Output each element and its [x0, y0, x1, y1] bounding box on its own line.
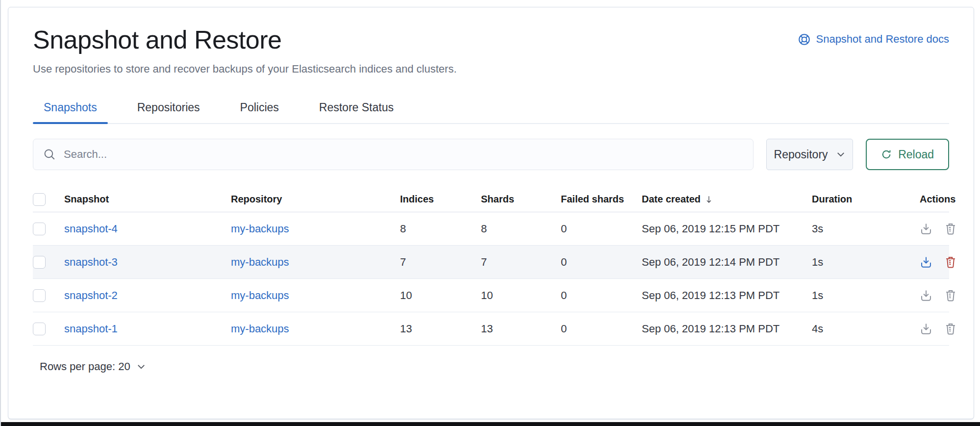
docs-link[interactable]: Snapshot and Restore docs	[798, 33, 949, 46]
search-field[interactable]	[33, 139, 754, 170]
failed-shards-cell: 0	[561, 256, 642, 269]
column-header-snapshot[interactable]: Snapshot	[64, 194, 231, 205]
page-subtitle: Use repositories to store and recover ba…	[33, 63, 949, 75]
table-row: snapshot-2 my-backups 10 10 0 Sep 06, 20…	[33, 279, 949, 312]
date-created-cell: Sep 06, 2019 12:13 PM PDT	[642, 323, 812, 335]
restore-snapshot-icon[interactable]	[920, 289, 932, 302]
page-header: Snapshot and Restore Snapshot and Restor…	[33, 24, 949, 56]
search-input[interactable]	[64, 148, 743, 161]
tab-restore-status[interactable]: Restore Status	[308, 94, 404, 123]
select-all-checkbox[interactable]	[33, 193, 46, 206]
rows-per-page-label: Rows per page: 20	[40, 360, 130, 373]
tab-repositories[interactable]: Repositories	[126, 94, 211, 123]
date-created-cell: Sep 06, 2019 12:15 PM PDT	[642, 223, 812, 235]
delete-snapshot-icon[interactable]	[944, 289, 957, 302]
failed-shards-cell: 0	[561, 223, 642, 235]
row-select-cell	[33, 256, 64, 269]
row-actions	[920, 256, 958, 269]
column-header-actions: Actions	[920, 194, 955, 205]
delete-snapshot-icon[interactable]	[944, 223, 957, 235]
tab-policies[interactable]: Policies	[229, 94, 290, 123]
indices-cell: 13	[400, 323, 481, 335]
row-checkbox[interactable]	[33, 256, 46, 269]
row-actions	[920, 223, 958, 235]
restore-snapshot-icon[interactable]	[920, 223, 932, 235]
table-row: snapshot-3 my-backups 7 7 0 Sep 06, 2019…	[33, 246, 949, 279]
restore-snapshot-icon[interactable]	[920, 256, 932, 269]
row-checkbox[interactable]	[33, 289, 46, 302]
table-row: snapshot-4 my-backups 8 8 0 Sep 06, 2019…	[33, 212, 949, 246]
date-created-label: Date created	[642, 194, 701, 205]
indices-cell: 7	[400, 256, 481, 269]
screen: Snapshot and Restore Snapshot and Restor…	[0, 0, 980, 426]
date-created-cell: Sep 06, 2019 12:14 PM PDT	[642, 256, 812, 269]
repository-filter-label: Repository	[774, 148, 828, 161]
row-checkbox[interactable]	[33, 323, 46, 335]
snapshot-link[interactable]: snapshot-4	[64, 223, 118, 235]
indices-cell: 8	[400, 223, 481, 235]
duration-cell: 3s	[812, 223, 920, 235]
row-select-cell	[33, 289, 64, 302]
select-all-cell	[33, 193, 64, 206]
reload-label: Reload	[898, 148, 934, 161]
screenshot-bottom-edge	[1, 422, 980, 426]
page-title: Snapshot and Restore	[33, 24, 281, 56]
snapshot-restore-panel: Snapshot and Restore Snapshot and Restor…	[8, 7, 974, 419]
chevron-down-icon	[136, 362, 146, 372]
table-row: snapshot-1 my-backups 13 13 0 Sep 06, 20…	[33, 312, 949, 346]
tab-snapshots[interactable]: Snapshots	[33, 94, 108, 123]
help-lifebuoy-icon	[798, 33, 810, 46]
chevron-down-icon	[836, 150, 846, 159]
column-header-duration[interactable]: Duration	[812, 194, 920, 205]
sort-arrow-down-icon	[704, 194, 713, 205]
table-header-row: Snapshot Repository Indices Shards Faile…	[33, 187, 949, 212]
row-actions	[920, 323, 958, 335]
toolbar: Repository Reload	[33, 139, 949, 170]
repository-link[interactable]: my-backups	[231, 323, 289, 335]
reload-button[interactable]: Reload	[866, 139, 949, 170]
table-body: snapshot-4 my-backups 8 8 0 Sep 06, 2019…	[33, 212, 949, 346]
failed-shards-cell: 0	[561, 323, 642, 335]
row-actions	[920, 289, 958, 302]
repository-link[interactable]: my-backups	[231, 223, 289, 235]
date-created-cell: Sep 06, 2019 12:13 PM PDT	[642, 289, 812, 302]
column-header-indices[interactable]: Indices	[400, 194, 481, 205]
duration-cell: 1s	[812, 289, 920, 302]
column-header-date-created[interactable]: Date created	[642, 194, 812, 205]
snapshots-table: Snapshot Repository Indices Shards Faile…	[15, 187, 967, 346]
snapshot-link[interactable]: snapshot-1	[64, 323, 118, 335]
row-select-cell	[33, 323, 64, 335]
indices-cell: 10	[400, 289, 481, 302]
column-header-shards[interactable]: Shards	[481, 194, 561, 205]
column-header-repository[interactable]: Repository	[231, 194, 400, 205]
snapshot-link[interactable]: snapshot-2	[64, 289, 118, 301]
shards-cell: 10	[481, 289, 561, 302]
docs-link-label: Snapshot and Restore docs	[816, 33, 949, 46]
delete-snapshot-icon[interactable]	[944, 256, 957, 269]
row-select-cell	[33, 223, 64, 235]
delete-snapshot-icon[interactable]	[944, 323, 957, 335]
search-icon	[43, 148, 56, 161]
row-checkbox[interactable]	[33, 223, 46, 235]
duration-cell: 1s	[812, 256, 920, 269]
repository-link[interactable]: my-backups	[231, 289, 289, 301]
rows-per-page-button[interactable]: Rows per page: 20	[33, 360, 146, 373]
column-header-failed-shards[interactable]: Failed shards	[561, 194, 642, 205]
shards-cell: 8	[481, 223, 561, 235]
refresh-icon	[881, 149, 892, 160]
tab-bar: Snapshots Repositories Policies Restore …	[33, 94, 949, 124]
repository-filter-button[interactable]: Repository	[766, 139, 853, 170]
shards-cell: 7	[481, 256, 561, 269]
repository-link[interactable]: my-backups	[231, 256, 289, 268]
duration-cell: 4s	[812, 323, 920, 335]
snapshot-link[interactable]: snapshot-3	[64, 256, 118, 268]
shards-cell: 13	[481, 323, 561, 335]
failed-shards-cell: 0	[561, 289, 642, 302]
restore-snapshot-icon[interactable]	[920, 323, 932, 335]
